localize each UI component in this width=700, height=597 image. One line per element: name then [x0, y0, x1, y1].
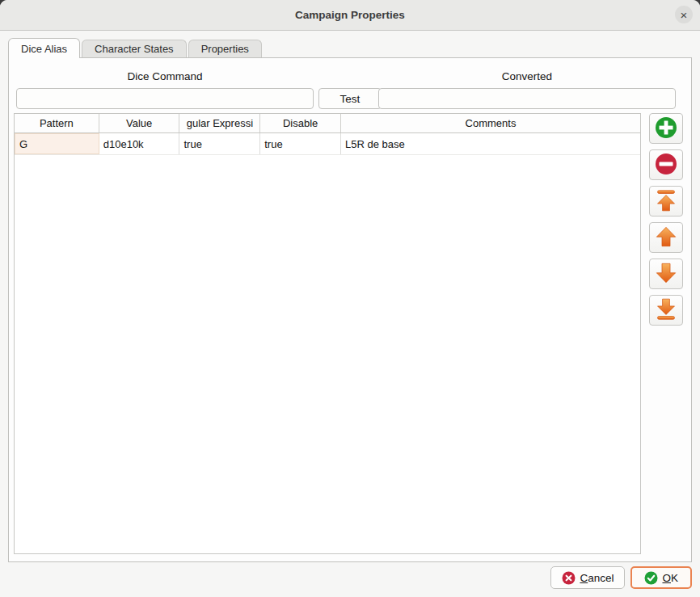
arrow-up-icon [655, 225, 677, 250]
tab-properties[interactable]: Properties [188, 40, 262, 57]
dice-command-input[interactable] [16, 88, 314, 109]
arrow-down-bar-icon [655, 298, 677, 323]
minus-circle-icon [655, 153, 677, 178]
dice-command-label: Dice Command [16, 70, 314, 82]
cell-value[interactable]: d10e10k [99, 133, 180, 154]
cell-regular-expression[interactable]: true [179, 133, 260, 154]
cell-pattern[interactable]: G [15, 133, 99, 154]
cell-disable[interactable]: true [260, 133, 341, 154]
ok-button-label: OK [662, 572, 678, 584]
cancel-button-label: Cancel [580, 572, 614, 584]
table-row[interactable]: G d10e10k true true L5R de base [15, 133, 640, 155]
move-to-bottom-button[interactable] [649, 295, 683, 326]
cancel-button[interactable]: Cancel [550, 566, 625, 589]
tab-bar: Dice Alias Character States Properties [8, 38, 264, 57]
close-icon[interactable]: × [675, 6, 693, 23]
tab-character-states[interactable]: Character States [82, 40, 187, 57]
column-header-pattern[interactable]: Pattern [15, 114, 99, 132]
add-row-button[interactable] [649, 113, 683, 144]
move-down-button[interactable] [649, 259, 683, 289]
column-header-regular-expression[interactable]: gular Expressi [179, 114, 260, 132]
arrow-up-bar-icon [655, 189, 677, 214]
arrow-down-icon [655, 262, 677, 287]
cell-comments[interactable]: L5R de base [341, 133, 640, 154]
converted-output[interactable] [378, 88, 676, 109]
row-action-buttons [649, 113, 683, 326]
column-header-value[interactable]: Value [99, 114, 180, 132]
ok-check-circle-icon [644, 571, 658, 585]
ok-button[interactable]: OK [630, 566, 692, 589]
move-to-top-button[interactable] [649, 186, 683, 217]
cancel-x-circle-icon [562, 571, 576, 585]
column-header-disable[interactable]: Disable [260, 114, 341, 132]
column-header-comments[interactable]: Comments [341, 114, 640, 132]
dice-alias-panel: Dice Command Converted Test Pattern Valu… [8, 57, 692, 562]
dialog-footer: Cancel OK [0, 566, 700, 589]
converted-label: Converted [378, 70, 676, 82]
title-bar: Campaign Properties × [0, 0, 700, 31]
move-up-button[interactable] [649, 222, 683, 253]
campaign-properties-dialog: Campaign Properties × Dice Alias Charact… [0, 0, 700, 597]
dialog-title: Campaign Properties [295, 9, 405, 21]
test-button[interactable]: Test [318, 88, 382, 109]
table-header-row: Pattern Value gular Expressi Disable Com… [15, 114, 640, 133]
tab-dice-alias[interactable]: Dice Alias [8, 38, 80, 58]
plus-circle-icon [655, 116, 677, 141]
remove-row-button[interactable] [649, 149, 683, 180]
dice-alias-table[interactable]: Pattern Value gular Expressi Disable Com… [14, 113, 641, 554]
